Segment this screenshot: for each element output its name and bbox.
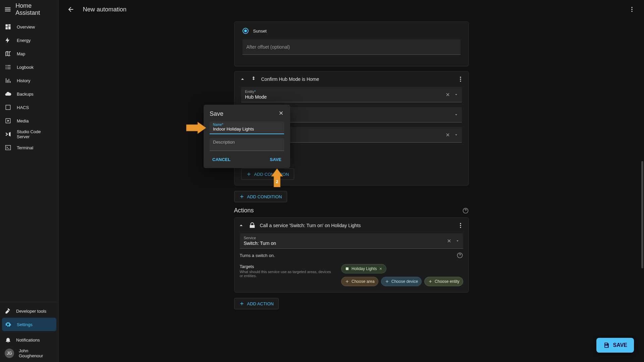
dialog-close-button[interactable]	[278, 110, 284, 117]
actions-heading-row: Actions	[234, 207, 469, 214]
chevron-down-icon[interactable]	[455, 239, 460, 243]
targets-title: Targets	[240, 264, 331, 269]
bell-icon	[5, 337, 11, 343]
field-value: Switch: Turn on	[244, 241, 459, 246]
sidebar-item-media[interactable]: Media	[2, 114, 56, 127]
sidebar-item-label: Developer tools	[16, 309, 46, 314]
sidebar-item-backups[interactable]: Backups	[2, 87, 56, 101]
chart-icon	[5, 77, 11, 84]
add-condition-button[interactable]: ADD CONDITION	[234, 191, 287, 202]
dialog-title: Save	[210, 110, 223, 117]
targets-row: Targets What should this service use as …	[240, 264, 463, 286]
sidebar-item-label: Media	[17, 118, 29, 123]
sidebar-item-devtools[interactable]: Developer tools	[2, 304, 56, 318]
dots-vertical-icon	[629, 6, 635, 13]
main: New automation Sunset After offset (opti…	[59, 0, 644, 362]
plus-icon	[385, 279, 389, 284]
sidebar-item-map[interactable]: Map	[2, 47, 56, 60]
field-label: Entity*	[245, 90, 458, 94]
sidebar-item-studio-code[interactable]: Studio Code Server	[2, 127, 56, 141]
plus-icon	[239, 194, 245, 199]
sidebar-item-notifications[interactable]: Notifications	[2, 333, 56, 347]
close-icon[interactable]	[379, 267, 383, 271]
more-menu-button[interactable]	[625, 3, 639, 16]
user-name: John Goughenour	[19, 348, 54, 358]
chevron-down-icon[interactable]	[454, 112, 459, 117]
save-fab[interactable]: SAVE	[596, 338, 634, 353]
chevron-down-icon[interactable]	[454, 133, 459, 137]
play-icon	[5, 117, 11, 124]
brand-title: Home Assistant	[15, 2, 54, 16]
sidebar-item-overview[interactable]: Overview	[2, 20, 56, 34]
dots-vertical-icon[interactable]	[457, 76, 464, 83]
clear-icon[interactable]	[445, 132, 450, 138]
dots-vertical-icon[interactable]	[457, 222, 464, 229]
chevron-up-icon[interactable]	[238, 222, 245, 229]
actions-heading: Actions	[234, 207, 254, 214]
clear-icon[interactable]	[445, 92, 450, 97]
dialog-cancel-button[interactable]: CANCEL	[210, 155, 233, 164]
action-header[interactable]: Call a service 'Switch: Turn on' on Holi…	[234, 218, 469, 233]
condition-header[interactable]: Confirm Hub Mode is Home	[234, 71, 469, 87]
chip-label: Choose device	[391, 279, 418, 284]
back-button[interactable]	[64, 3, 77, 16]
entity-field[interactable]: Entity* Hub Mode	[241, 87, 462, 102]
sidebar-item-history[interactable]: History	[2, 74, 56, 87]
sidebar-item-hacs[interactable]: HACS	[2, 101, 56, 114]
svg-point-5	[460, 81, 461, 82]
plus-icon	[428, 279, 433, 284]
sidebar-item-settings[interactable]: Settings	[2, 318, 56, 331]
button-label: ADD CONDITION	[254, 172, 289, 177]
help-icon[interactable]	[462, 207, 469, 214]
help-icon[interactable]	[457, 252, 463, 259]
content[interactable]: Sunset After offset (optional) Confirm H…	[59, 19, 644, 362]
radio-sunset[interactable]: Sunset	[243, 28, 461, 34]
plus-icon	[345, 279, 350, 284]
sidebar-item-logbook[interactable]: Logbook	[2, 60, 56, 74]
service-hint: Turns a switch on.	[240, 253, 275, 258]
targets-subtitle: What should this service use as targeted…	[240, 270, 331, 278]
target-chip-entity[interactable]: Holiday Lights	[341, 264, 386, 273]
avatar: JG	[5, 349, 14, 358]
sidebar-item-label: Studio Code Server	[17, 129, 54, 139]
radio-icon	[243, 28, 249, 34]
svg-rect-11	[346, 267, 348, 270]
sidebar-item-user[interactable]: JG John Goughenour	[2, 347, 56, 360]
svg-point-4	[460, 79, 461, 80]
chip-label: Choose entity	[435, 279, 459, 284]
choose-device-chip[interactable]: Choose device	[381, 277, 422, 286]
sidebar: Home Assistant Overview Energy Map Logbo…	[0, 0, 59, 362]
dialog-name-field[interactable]: Name* Indoor Holiday Lights	[210, 121, 284, 134]
sidebar-item-energy[interactable]: Energy	[2, 34, 56, 47]
dialog-save-button[interactable]: SAVE	[267, 155, 284, 164]
after-offset-field[interactable]: After offset (optional)	[243, 39, 461, 55]
sidebar-item-terminal[interactable]: Terminal	[2, 141, 56, 154]
sidebar-item-label: Terminal	[17, 145, 33, 150]
state-icon	[250, 75, 257, 83]
choose-area-chip[interactable]: Choose area	[341, 277, 378, 286]
button-label: ADD CONDITION	[247, 194, 282, 199]
chevron-down-icon[interactable]	[454, 92, 459, 97]
arrow-left-icon	[67, 6, 74, 13]
scrollbar[interactable]	[641, 161, 643, 268]
clear-icon[interactable]	[446, 238, 452, 244]
vscode-icon	[5, 131, 11, 138]
field-label: Description	[213, 140, 281, 145]
add-action-button[interactable]: ADD ACTION	[234, 298, 279, 309]
add-condition-inner-button[interactable]: ADD CONDITION	[241, 168, 294, 180]
svg-point-0	[631, 7, 632, 8]
sidebar-item-label: Backups	[17, 92, 34, 97]
chevron-up-icon[interactable]	[239, 76, 246, 83]
choose-entity-chip[interactable]: Choose entity	[424, 277, 463, 286]
sidebar-item-label: History	[17, 78, 30, 83]
service-field[interactable]: Service Switch: Turn on	[240, 233, 463, 249]
action-card: Call a service 'Switch: Turn on' on Holi…	[234, 217, 469, 293]
field-value: Hub Mode	[245, 94, 458, 100]
sidebar-item-label: Notifications	[16, 338, 40, 343]
hacs-icon	[5, 104, 11, 111]
menu-icon[interactable]	[4, 5, 11, 13]
cloud-icon	[5, 91, 11, 97]
service-icon	[249, 222, 256, 229]
dialog-description-field[interactable]: Description	[210, 138, 284, 151]
condition-title: Confirm Hub Mode is Home	[261, 76, 453, 82]
